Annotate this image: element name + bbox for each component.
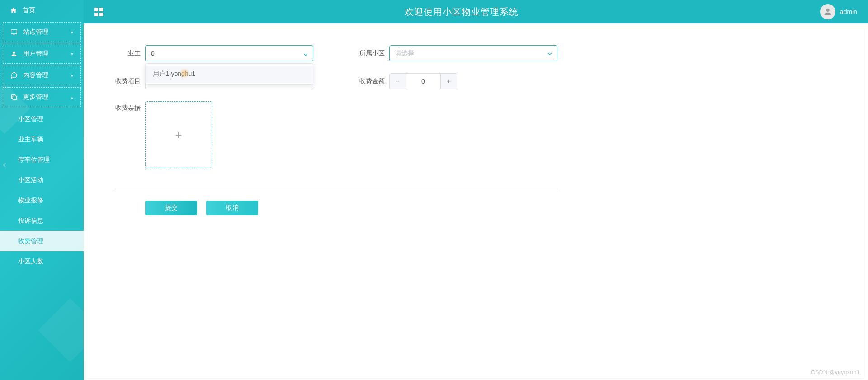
sidebar-item-owner-vehicle[interactable]: 业主车辆 <box>0 129 84 150</box>
sidebar-item-community-activity[interactable]: 小区活动 <box>0 170 84 190</box>
fee-amount-label: 收费金额 <box>359 77 385 85</box>
sidebar-item-label: 投诉信息 <box>18 217 43 225</box>
main-content: 业主 0 用户1-yonghu1 <box>84 23 868 380</box>
dropdown-option-label: 用户1-yonghu1 <box>153 70 195 77</box>
sidebar-item-label: 小区管理 <box>18 115 43 123</box>
sidebar-item-fee-manage[interactable]: 收费管理 <box>0 231 84 251</box>
fee-amount-value[interactable]: 0 <box>406 74 440 89</box>
username: admin <box>840 8 857 15</box>
chevron-up-icon: ▴ <box>71 95 73 100</box>
owner-dropdown: 用户1-yonghu1 <box>145 63 313 85</box>
form-card: 业主 0 用户1-yonghu1 <box>87 27 864 378</box>
watermark: CSDN @yuyuxun1 <box>811 369 860 375</box>
owner-label: 业主 <box>114 49 141 57</box>
chevron-down-icon: ▾ <box>71 52 73 56</box>
page-title: 欢迎使用小区物业管理系统 <box>103 6 820 18</box>
receipt-label: 收费票据 <box>114 101 141 112</box>
sidebar-home[interactable]: 首页 <box>0 0 84 20</box>
monitor-icon <box>10 29 18 35</box>
sidebar-site-manage[interactable]: 站点管理 ▾ <box>3 22 81 42</box>
sidebar-item-complaint[interactable]: 投诉信息 <box>0 211 84 231</box>
user-menu[interactable]: admin <box>820 4 857 19</box>
chevron-down-icon: ▾ <box>71 73 73 78</box>
community-select[interactable]: 请选择 <box>389 45 557 61</box>
decrease-button[interactable]: − <box>390 74 406 89</box>
chevron-up-icon <box>303 51 308 58</box>
sidebar-user-manage[interactable]: 用户管理 ▾ <box>3 44 81 64</box>
svg-rect-3 <box>13 96 16 99</box>
community-select-placeholder: 请选择 <box>395 49 414 57</box>
sidebar-submenu: 小区管理 业主车辆 停车位管理 小区活动 物业报修 投诉信息 收费管理 小区人数 <box>0 109 84 272</box>
receipt-upload[interactable]: + <box>145 101 212 168</box>
owner-select[interactable]: 0 <box>145 45 313 61</box>
copy-icon <box>10 94 18 101</box>
svg-rect-0 <box>11 30 17 34</box>
sidebar-item-label: 物业报修 <box>18 197 43 205</box>
sidebar-item-label: 小区人数 <box>18 258 43 266</box>
sidebar-item-community-manage[interactable]: 小区管理 <box>0 109 84 129</box>
owner-select-value: 0 <box>151 50 155 57</box>
form-row-fee-amount: 收费金额 − 0 + <box>359 73 557 89</box>
sidebar-item-label: 用户管理 <box>23 50 71 58</box>
cancel-button[interactable]: 取消 <box>206 201 258 215</box>
sidebar-item-label: 收费管理 <box>18 237 43 245</box>
sidebar-item-repair[interactable]: 物业报修 <box>0 190 84 211</box>
sidebar-more-manage[interactable]: 更多管理 ▴ <box>3 87 81 107</box>
button-row: 提交 取消 <box>114 201 837 215</box>
community-label: 所属小区 <box>359 49 385 57</box>
sidebar-collapse-handle[interactable]: ‹ <box>3 158 6 171</box>
sidebar-item-label: 小区活动 <box>18 176 43 184</box>
sidebar-item-population[interactable]: 小区人数 <box>0 251 84 272</box>
topbar: 欢迎使用小区物业管理系统 admin <box>84 0 868 23</box>
fee-item-label: 收费项目 <box>114 77 141 85</box>
owner-dropdown-option[interactable]: 用户1-yonghu1 <box>146 66 313 83</box>
chevron-down-icon: ▾ <box>71 30 73 35</box>
sidebar-item-label: 停车位管理 <box>18 156 50 164</box>
sidebar-item-label: 业主车辆 <box>18 136 43 144</box>
home-icon <box>10 7 17 14</box>
submit-button[interactable]: 提交 <box>145 201 197 215</box>
message-icon <box>10 72 18 79</box>
chevron-down-icon <box>547 51 552 58</box>
avatar <box>820 4 835 19</box>
form-row-community: 所属小区 请选择 <box>359 45 557 61</box>
increase-button[interactable]: + <box>440 74 457 89</box>
user-icon <box>10 50 18 57</box>
sidebar-item-label: 更多管理 <box>23 93 71 101</box>
sidebar-item-label: 站点管理 <box>23 28 71 36</box>
plus-icon: + <box>175 128 182 142</box>
sidebar: 首页 站点管理 ▾ 用户管理 ▾ 内容管理 ▾ 更多管理 ▴ 小区管理 业主车辆… <box>0 0 84 380</box>
fee-amount-stepper: − 0 + <box>389 73 457 89</box>
sidebar-content-manage[interactable]: 内容管理 ▾ <box>3 66 81 85</box>
form-row-owner: 业主 0 用户1-yonghu1 <box>114 45 313 61</box>
divider <box>114 189 557 189</box>
sidebar-item-parking-manage[interactable]: 停车位管理 <box>0 150 84 170</box>
sidebar-home-label: 首页 <box>23 6 35 14</box>
form-row-receipt: 收费票据 + <box>114 101 557 168</box>
sidebar-item-label: 内容管理 <box>23 71 71 80</box>
apps-icon[interactable] <box>94 8 103 16</box>
